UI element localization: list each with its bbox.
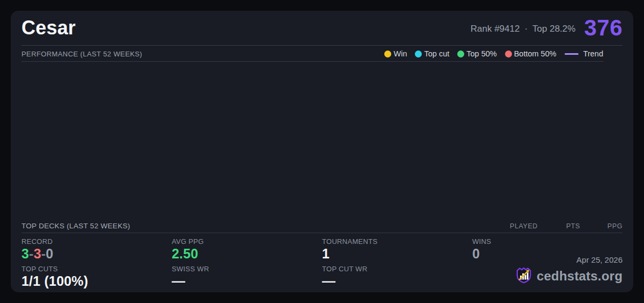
record-separator: - [41, 246, 46, 261]
record-wins: 3 [21, 246, 29, 261]
top-decks-section-label: TOP DECKS (LAST 52 WEEKS) [21, 222, 130, 230]
top-decks-header-row: TOP DECKS (LAST 52 WEEKS) PLAYED PTS PPG [21, 219, 623, 233]
player-name: Cesar [21, 17, 76, 39]
legend-item-top-cut: Top cut [415, 49, 449, 58]
record-label: RECORD [21, 237, 172, 246]
legend-label: Trend [583, 49, 603, 58]
tournaments-value: 1 [322, 246, 472, 262]
header-right: Rank #9412 · Top 28.2% 376 [471, 15, 623, 41]
trend-line-icon [565, 53, 579, 55]
legend-label: Win [393, 49, 407, 58]
generated-date: Apr 25, 2026 [516, 255, 623, 264]
performance-section-label: PERFORMANCE (LAST 52 WEEKS) [21, 50, 142, 58]
bottom-50-dot-icon [505, 50, 512, 57]
record-draws: 0 [46, 246, 53, 261]
cedhstats-logo-icon [516, 266, 532, 286]
top-cut-wr-label: TOP CUT WR [322, 265, 472, 273]
top-cuts-value: 1/1 (100%) [21, 273, 172, 290]
performance-header-row: PERFORMANCE (LAST 52 WEEKS) Win Top cut … [21, 46, 623, 62]
legend-item-top-50: Top 50% [457, 49, 496, 58]
rank-line: Rank #9412 · Top 28.2% [471, 24, 576, 34]
performance-chart-area [21, 62, 623, 219]
footer-block: Apr 25, 2026 cedhstats.org [516, 255, 623, 286]
tournaments-label: TOURNAMENTS [322, 237, 472, 246]
stat-column-ppg: AVG PPG 2.50 SWISS WR — [172, 233, 322, 290]
legend-label: Top cut [424, 49, 449, 58]
rank-text: Rank #9412 [471, 24, 520, 34]
stat-column-tournaments: TOURNAMENTS 1 TOP CUT WR — [322, 233, 472, 290]
avg-ppg-label: AVG PPG [172, 237, 322, 246]
column-header-played: PLAYED [495, 222, 538, 230]
rank-separator-dot: · [524, 24, 528, 34]
stat-column-record: RECORD 3-3-0 TOP CUTS 1/1 (100%) [21, 233, 172, 290]
top-50-dot-icon [457, 50, 464, 57]
swiss-wr-label: SWISS WR [172, 265, 322, 273]
top-cuts-label: TOP CUTS [21, 265, 172, 273]
legend-label: Top 50% [466, 49, 496, 58]
legend-item-win: Win [384, 49, 407, 58]
card-header: Cesar Rank #9412 · Top 28.2% 376 [21, 11, 623, 46]
record-value: 3-3-0 [21, 246, 172, 262]
brand: cedhstats.org [516, 266, 623, 286]
top-decks-column-headers: PLAYED PTS PPG [495, 222, 623, 230]
legend-item-trend: Trend [565, 49, 603, 58]
top-cut-dot-icon [415, 50, 422, 57]
record-separator: - [29, 246, 34, 261]
player-score: 376 [584, 15, 623, 41]
player-stats-card: Cesar Rank #9412 · Top 28.2% 376 PERFORM… [11, 11, 633, 292]
swiss-wr-value: — [172, 273, 322, 290]
top-cut-wr-value: — [322, 273, 472, 290]
top-percent-text: Top 28.2% [532, 24, 575, 34]
wins-label: WINS [472, 237, 623, 246]
legend-item-bottom-50: Bottom 50% [505, 49, 557, 58]
site-name: cedhstats.org [537, 269, 623, 284]
column-header-ppg: PPG [580, 222, 623, 230]
legend-label: Bottom 50% [514, 49, 557, 58]
column-header-pts: PTS [538, 222, 580, 230]
win-dot-icon [384, 50, 391, 57]
chart-legend: Win Top cut Top 50% Bottom 50% Trend [384, 49, 603, 58]
avg-ppg-value: 2.50 [172, 246, 322, 262]
record-losses: 3 [34, 246, 41, 261]
